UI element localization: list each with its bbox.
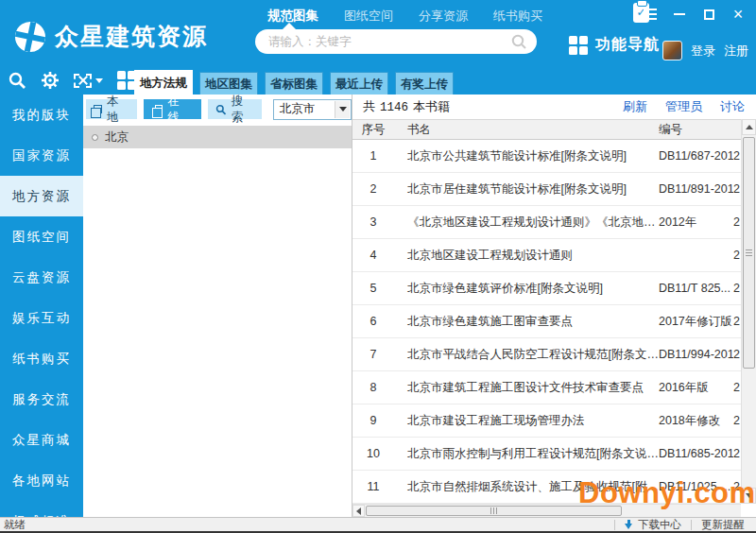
table-row[interactable]: 5北京市绿色建筑评价标准[附条文说明]DB11/T 825...2 <box>352 272 741 305</box>
region-toolbar: 本地 在线 搜索 北京市 <box>83 95 352 120</box>
tab[interactable]: 省标图集 <box>265 72 323 95</box>
scroll-up-button[interactable] <box>742 119 756 135</box>
sidebar-item[interactable]: 服务交流 <box>0 379 83 420</box>
table-row[interactable]: 6北京市绿色建筑施工图审查要点2017年修订版2 <box>352 305 741 338</box>
toolbar-row: 地方法规地区图集省标图集最近上传有奖上传 <box>0 66 756 95</box>
tab[interactable]: 有奖上传 <box>395 72 454 95</box>
status-text: 就绪 <box>0 518 26 532</box>
sidebar-item[interactable]: 众星商城 <box>0 420 83 460</box>
minimize-button[interactable] <box>671 6 688 23</box>
register-link[interactable]: 注册 <box>724 43 748 60</box>
column-seq[interactable]: 序号 <box>352 122 394 138</box>
menu-icon[interactable] <box>642 6 659 23</box>
maximize-button[interactable] <box>700 6 717 23</box>
settings-gear-icon[interactable] <box>41 71 60 90</box>
search-tool-icon[interactable] <box>8 71 26 90</box>
local-icon <box>94 105 102 113</box>
top-nav-item[interactable]: 纸书购买 <box>493 8 542 25</box>
user-area: 登录 注册 <box>662 41 748 60</box>
search-icon <box>215 104 227 115</box>
toolbar-icons <box>8 66 136 95</box>
function-nav-button[interactable]: 功能导航 <box>569 35 660 55</box>
table-row[interactable]: 4北京地区建设工程规划设计通则2 <box>352 239 741 272</box>
sidebar-item[interactable]: 权威标准 <box>0 501 83 517</box>
table-header: 序号 书名 编号 <box>352 119 741 140</box>
tree-item-beijing[interactable]: 北京 <box>83 126 352 148</box>
discuss-link[interactable]: 讨论 <box>720 98 745 115</box>
sidebar-item[interactable]: 各地网站 <box>0 460 83 501</box>
online-icon <box>155 105 163 113</box>
table-row[interactable]: 10北京市雨水控制与利用工程设计规范[附条文说明]DB11/685-20132 <box>352 438 741 471</box>
sidebar: 我的版块国家资源地方资源图纸空间云盘资源娱乐互动纸书购买服务交流众星商城各地网站… <box>0 95 83 517</box>
tab[interactable]: 地方法规 <box>134 70 193 95</box>
book-list-panel: 共1146本书籍 刷新 管理员 讨论 序号 书名 编号 1北京市公共建筑节能设计… <box>352 95 756 517</box>
admin-link[interactable]: 管理员 <box>665 98 702 115</box>
sidebar-item[interactable]: 我的版块 <box>0 95 83 135</box>
column-title[interactable]: 书名 <box>394 122 659 138</box>
book-table: 序号 书名 编号 1北京市公共建筑节能设计标准[附条文说明]DB11/687-2… <box>352 119 741 504</box>
top-nav-item[interactable]: 分享资源 <box>419 8 468 25</box>
vertical-scroll-thumb[interactable] <box>743 137 755 369</box>
local-button[interactable]: 本地 <box>86 99 137 119</box>
table-row[interactable]: 7北京市平战结合人民防空工程设计规范[附条文说明]DB11/994-20132 <box>352 338 741 371</box>
layout-grid-icon[interactable] <box>117 71 136 90</box>
search-input[interactable] <box>268 35 510 48</box>
refresh-link[interactable]: 刷新 <box>623 98 647 115</box>
sidebar-item[interactable]: 国家资源 <box>0 135 83 176</box>
sidebar-item[interactable]: 图纸空间 <box>0 216 83 257</box>
app-window: 众星建筑资源 规范图集图纸空间分享资源纸书购买 功能导航 ✓ × 登录 注册 <box>0 0 756 533</box>
header-links: 刷新 管理员 讨论 <box>623 98 745 115</box>
download-center-button[interactable]: 下载中心 <box>625 518 681 532</box>
region-select[interactable]: 北京市 <box>273 99 352 120</box>
table-row[interactable]: 9北京市建设工程施工现场管理办法2018年修改2 <box>352 404 741 438</box>
tree-bullet-icon <box>92 134 98 141</box>
table-row[interactable]: 8北京市建筑工程施工图设计文件技术审查要点2016年版2 <box>352 371 741 404</box>
book-count: 共1146本书籍 <box>363 98 450 115</box>
horizontal-scroll-thumb[interactable] <box>366 506 622 516</box>
top-nav-item[interactable]: 图纸空间 <box>344 8 393 25</box>
region-panel: 本地 在线 搜索 北京市 北京 <box>83 95 352 517</box>
window-controls: × <box>642 0 756 28</box>
tab[interactable]: 地区图集 <box>199 72 258 95</box>
avatar[interactable] <box>662 41 682 60</box>
scroll-down-button[interactable] <box>742 488 756 504</box>
chevron-down-icon <box>95 78 103 83</box>
download-icon <box>625 520 633 530</box>
section-tabs: 地方法规地区图集省标图集最近上传有奖上传 <box>134 70 454 95</box>
app-logo-icon <box>12 19 48 55</box>
horizontal-scrollbar[interactable] <box>352 504 741 517</box>
scroll-left-button[interactable] <box>352 505 365 517</box>
search-box[interactable] <box>255 29 537 54</box>
topbar: 众星建筑资源 规范图集图纸空间分享资源纸书购买 功能导航 ✓ × 登录 注册 <box>0 0 756 66</box>
vertical-scrollbar[interactable] <box>741 119 756 504</box>
table-row[interactable]: 1北京市公共建筑节能设计标准[附条文说明]DB11/687-20152 <box>352 140 741 173</box>
table-row[interactable]: 3《北京地区建设工程规划设计通则》《北京地区城市规划...2012年2 <box>352 206 741 239</box>
close-button[interactable]: × <box>730 6 747 23</box>
tab[interactable]: 最近上传 <box>330 72 388 95</box>
sidebar-item[interactable]: 云盘资源 <box>0 257 83 298</box>
combo-dropdown-button[interactable] <box>335 101 350 118</box>
login-link[interactable]: 登录 <box>691 43 715 60</box>
sidebar-item[interactable]: 纸书购买 <box>0 338 83 379</box>
list-header: 共1146本书籍 刷新 管理员 讨论 <box>352 95 756 119</box>
screenshot-tool-icon[interactable] <box>74 74 103 88</box>
table-row[interactable]: 2北京市居住建筑节能设计标准[附条文说明]DB11/891-20122 <box>352 173 741 206</box>
top-nav: 规范图集图纸空间分享资源纸书购买 <box>267 8 542 25</box>
app-title: 众星建筑资源 <box>55 21 208 52</box>
column-code[interactable]: 编号 <box>659 122 733 138</box>
chevron-down-icon <box>339 107 347 112</box>
online-button[interactable]: 在线 <box>144 99 202 119</box>
sidebar-item[interactable]: 娱乐互动 <box>0 298 83 338</box>
search-region-button[interactable]: 搜索 <box>208 99 262 119</box>
status-bar: 就绪 下载中心 更新提醒 <box>0 517 756 531</box>
grid-icon <box>569 36 588 55</box>
app-logo: 众星建筑资源 <box>15 21 208 52</box>
update-reminder-button[interactable]: 更新提醒 <box>701 518 745 532</box>
table-row[interactable]: 11北京市自然排烟系统设计、施工及验收规范[附条文说明]DB11/1025-..… <box>352 471 741 504</box>
sidebar-item[interactable]: 地方资源 <box>0 176 83 216</box>
table-body: 1北京市公共建筑节能设计标准[附条文说明]DB11/687-201522北京市居… <box>352 140 741 504</box>
search-icon[interactable] <box>510 33 527 50</box>
